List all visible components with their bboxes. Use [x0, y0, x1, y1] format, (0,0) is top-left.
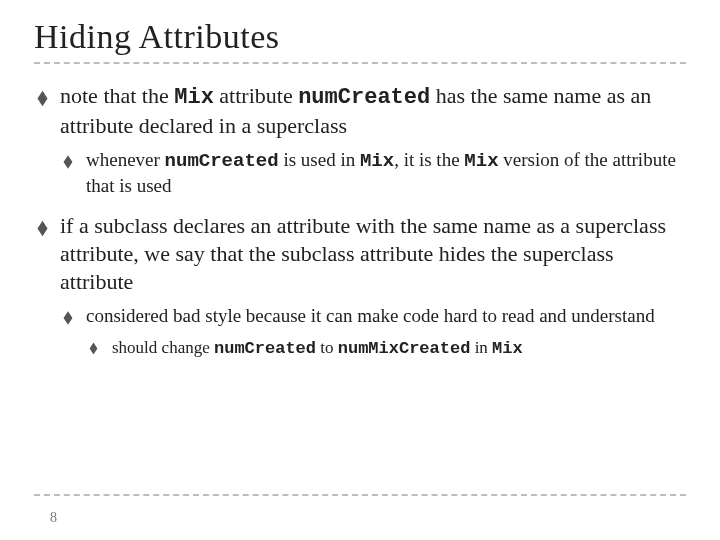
bullet-list: note that the Mix attribute numCreated h… — [34, 82, 686, 360]
text: is used in — [279, 149, 360, 170]
page-title: Hiding Attributes — [34, 18, 686, 56]
list-item: if a subclass declares an attribute with… — [34, 212, 686, 360]
list-item: note that the Mix attribute numCreated h… — [34, 82, 686, 198]
text: should change — [112, 338, 214, 357]
list-item: whenever numCreated is used in Mix, it i… — [60, 148, 686, 198]
text: to — [316, 338, 338, 357]
bullet-list: should change numCreated to numMixCreate… — [86, 337, 686, 360]
page-number: 8 — [50, 510, 57, 526]
code-span: Mix — [464, 150, 498, 172]
code-span: numCreated — [165, 150, 279, 172]
code-span: numCreated — [214, 339, 316, 358]
list-item: should change numCreated to numMixCreate… — [86, 337, 686, 360]
list-item: considered bad style because it can make… — [60, 304, 686, 359]
text: in — [470, 338, 492, 357]
title-divider — [34, 62, 686, 64]
text: considered bad style because it can make… — [86, 305, 655, 326]
text: attribute — [214, 83, 298, 108]
code-span: Mix — [492, 339, 523, 358]
slide: Hiding Attributes note that the Mix attr… — [0, 0, 720, 540]
code-span: Mix — [174, 85, 214, 110]
code-span: numCreated — [298, 85, 430, 110]
footer-divider — [34, 494, 686, 496]
text: whenever — [86, 149, 165, 170]
text: note that the — [60, 83, 174, 108]
text: if a subclass declares an attribute with… — [60, 213, 666, 294]
bullet-list: whenever numCreated is used in Mix, it i… — [60, 148, 686, 198]
code-span: Mix — [360, 150, 394, 172]
text: , it is the — [394, 149, 464, 170]
code-span: numMixCreated — [338, 339, 471, 358]
bullet-list: considered bad style because it can make… — [60, 304, 686, 359]
